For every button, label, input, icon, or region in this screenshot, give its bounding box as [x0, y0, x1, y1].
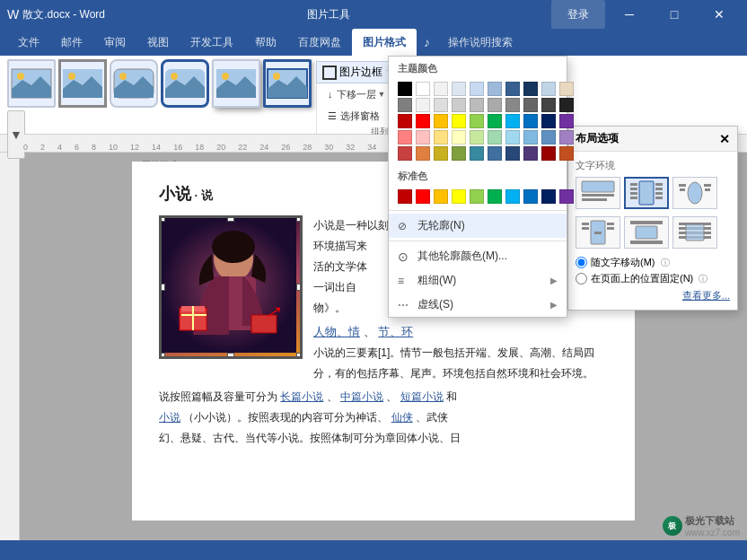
color-cell[interactable] [559, 82, 574, 96]
wrap-top-bottom[interactable] [624, 216, 669, 249]
tab-file[interactable]: 文件 [7, 29, 50, 56]
color-cell[interactable] [434, 98, 448, 112]
close-button[interactable]: ✕ [699, 0, 740, 29]
style-thumb-1[interactable] [7, 59, 56, 108]
sel-handle-tr[interactable] [296, 215, 303, 222]
style-thumb-6[interactable] [263, 59, 312, 108]
color-cell[interactable] [559, 146, 574, 161]
color-cell[interactable] [434, 114, 448, 128]
link-xianxia[interactable]: 仙侠 [391, 411, 413, 424]
login-button[interactable]: 登录 [551, 0, 605, 29]
color-cell[interactable] [505, 146, 520, 161]
sel-handle-tc[interactable] [227, 215, 234, 222]
maximize-button[interactable]: □ [654, 0, 695, 29]
color-cell[interactable] [541, 146, 556, 161]
std-color-cell[interactable] [523, 189, 538, 204]
color-cell[interactable] [416, 146, 430, 161]
color-cell[interactable] [398, 114, 412, 128]
color-cell[interactable] [488, 98, 502, 112]
color-cell[interactable] [434, 82, 448, 96]
document-image[interactable]: → [159, 215, 303, 359]
link-novel-short[interactable]: 短篇小说 [400, 390, 444, 403]
color-cell[interactable] [523, 82, 538, 96]
wrap-tight[interactable] [672, 177, 717, 209]
sel-handle-tl[interactable] [159, 215, 165, 222]
color-cell[interactable] [523, 98, 538, 112]
color-cell[interactable] [434, 146, 448, 161]
tab-view[interactable]: 视图 [136, 29, 180, 56]
color-cell[interactable] [523, 114, 538, 128]
sel-handle-bl[interactable] [159, 353, 165, 359]
color-cell[interactable] [470, 146, 484, 161]
std-color-cell[interactable] [452, 189, 466, 204]
color-cell[interactable] [470, 82, 484, 96]
color-cell[interactable] [416, 130, 430, 144]
color-cell[interactable] [416, 98, 430, 112]
color-cell[interactable] [452, 130, 466, 144]
sel-handle-br[interactable] [296, 353, 303, 359]
dash-item[interactable]: ⋯ 虚线(S) ▶ [389, 293, 567, 317]
color-cell[interactable] [505, 98, 520, 112]
minimize-button[interactable]: ─ [609, 0, 650, 29]
color-cell[interactable] [488, 114, 502, 128]
sel-handle-mr[interactable] [296, 284, 303, 291]
wrap-square[interactable] [624, 177, 669, 209]
sel-handle-ml[interactable] [159, 284, 165, 291]
tab-picture-format[interactable]: 图片格式 [352, 29, 417, 56]
color-cell[interactable] [505, 82, 520, 96]
other-color-item[interactable]: ⊙ 其他轮廓颜色(M)... [389, 244, 567, 268]
tab-extra[interactable]: ♪ [417, 29, 437, 56]
color-cell[interactable] [541, 130, 556, 144]
color-cell[interactable] [452, 82, 466, 96]
color-cell[interactable] [452, 146, 466, 161]
std-color-cell[interactable] [541, 189, 556, 204]
color-cell[interactable] [398, 130, 412, 144]
color-cell[interactable] [559, 130, 574, 144]
style-thumb-3[interactable] [110, 59, 158, 108]
color-cell[interactable] [523, 130, 538, 144]
color-cell[interactable] [398, 82, 412, 96]
color-cell[interactable] [488, 130, 502, 144]
color-cell[interactable] [541, 82, 556, 96]
wrap-behind[interactable] [672, 216, 717, 249]
wrap-inline[interactable] [576, 177, 620, 209]
color-cell[interactable] [434, 130, 448, 144]
link-novel-long[interactable]: 长篇小说 [280, 390, 323, 403]
std-color-cell[interactable] [434, 189, 448, 204]
no-outline-item[interactable]: ⊘ 无轮廓(N) [389, 214, 567, 238]
panel-close-btn[interactable]: ✕ [719, 132, 730, 146]
color-cell[interactable] [470, 98, 484, 112]
color-cell[interactable] [505, 114, 520, 128]
color-cell[interactable] [488, 82, 502, 96]
std-color-cell[interactable] [470, 189, 484, 204]
tab-help[interactable]: 帮助 [244, 29, 287, 56]
color-cell[interactable] [541, 98, 556, 112]
color-cell[interactable] [452, 114, 466, 128]
color-cell[interactable] [559, 98, 574, 112]
tab-baidu[interactable]: 百度网盘 [287, 29, 352, 56]
see-more-link[interactable]: 查看更多... [576, 289, 730, 302]
style-thumb-5[interactable] [212, 59, 260, 108]
style-thumb-4[interactable] [161, 59, 209, 108]
tab-mail[interactable]: 邮件 [50, 29, 93, 56]
radio-move-with-text[interactable]: 随文字移动(M) ⓘ [576, 256, 730, 269]
std-color-cell[interactable] [505, 189, 520, 204]
link-novel-mid[interactable]: 中篇小说 [340, 390, 383, 403]
color-cell[interactable] [398, 146, 412, 161]
color-cell[interactable] [398, 98, 412, 112]
weight-item[interactable]: ≡ 粗细(W) ▶ [389, 268, 567, 293]
color-cell[interactable] [452, 98, 466, 112]
color-cell[interactable] [541, 114, 556, 128]
color-cell[interactable] [488, 146, 502, 161]
color-cell[interactable] [505, 130, 520, 144]
link-novel-mini[interactable]: 小说 [159, 411, 180, 424]
style-thumb-2[interactable] [58, 59, 107, 108]
sel-handle-bc[interactable] [227, 353, 234, 359]
color-cell[interactable] [416, 82, 430, 96]
radio-fixed-position[interactable]: 在页面上的位置固定(N) ⓘ [576, 272, 730, 285]
link-characters[interactable]: 人物、情 [313, 325, 360, 338]
color-cell[interactable] [559, 114, 574, 128]
std-color-cell[interactable] [488, 189, 502, 204]
tab-dev[interactable]: 开发工具 [180, 29, 244, 56]
color-cell[interactable] [416, 114, 430, 128]
